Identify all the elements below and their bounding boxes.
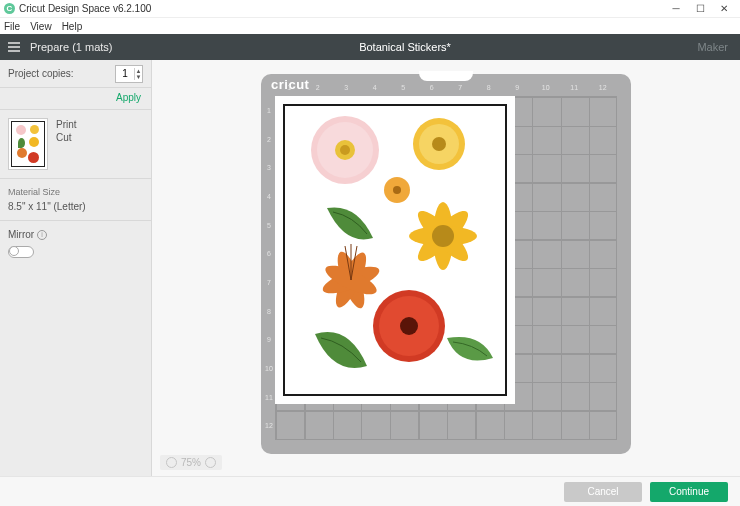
project-copies-label: Project copies: (8, 68, 115, 79)
ruler-tick: 10 (532, 84, 561, 96)
menu-view[interactable]: View (30, 21, 52, 32)
canvas-area: 75% cricut 123456789101112 1234567891011… (152, 60, 740, 476)
apply-button[interactable]: Apply (0, 88, 151, 110)
minimize-button[interactable]: ─ (664, 1, 688, 17)
ruler-tick: 9 (503, 84, 532, 96)
material-size-value[interactable]: 8.5" x 11" (Letter) (8, 201, 143, 212)
info-icon[interactable]: i (37, 230, 47, 240)
continue-button[interactable]: Continue (650, 482, 728, 502)
menu-help[interactable]: Help (62, 21, 83, 32)
thumb-label-cut: Cut (56, 131, 77, 144)
svg-point-3 (340, 145, 350, 155)
ruler-tick: 8 (475, 84, 504, 96)
ruler-tick: 7 (263, 268, 275, 297)
ruler-tick: 6 (263, 239, 275, 268)
project-copies-input[interactable] (116, 68, 134, 79)
stepper-down-icon[interactable]: ▼ (135, 74, 142, 80)
artwork (287, 108, 503, 392)
left-sidebar: Project copies: ▲▼ Apply Print Cut (0, 60, 152, 476)
cutting-mat: cricut 123456789101112 123456789101112 (261, 74, 631, 454)
zoom-control[interactable]: 75% (160, 455, 222, 470)
thumb-label-print: Print (56, 118, 77, 131)
ruler-vertical: 123456789101112 (263, 96, 275, 440)
close-button[interactable]: ✕ (712, 1, 736, 17)
project-copies-stepper[interactable]: ▲▼ (115, 65, 143, 83)
ruler-tick: 5 (263, 211, 275, 240)
zoom-value: 75% (181, 457, 201, 468)
menu-bar: File View Help (0, 18, 740, 34)
ruler-tick: 5 (389, 84, 418, 96)
material-sheet[interactable] (275, 96, 515, 404)
ruler-tick: 4 (263, 182, 275, 211)
mirror-label: Mirror (8, 229, 34, 240)
ruler-tick: 11 (263, 383, 275, 412)
mat-hanger (419, 71, 473, 81)
mirror-toggle[interactable] (8, 246, 34, 258)
app-logo-icon: C (4, 3, 15, 14)
ruler-tick: 1 (275, 84, 304, 96)
ruler-tick: 8 (263, 297, 275, 326)
menu-file[interactable]: File (4, 21, 20, 32)
svg-point-6 (432, 137, 446, 151)
ruler-tick: 1 (263, 96, 275, 125)
ruler-tick: 6 (418, 84, 447, 96)
ruler-tick: 2 (304, 84, 333, 96)
ruler-tick: 3 (263, 153, 275, 182)
ruler-tick: 12 (589, 84, 618, 96)
ruler-tick: 10 (263, 354, 275, 383)
zoom-in-icon[interactable] (205, 457, 216, 468)
ruler-tick: 7 (446, 84, 475, 96)
svg-point-8 (393, 186, 401, 194)
ruler-tick: 11 (560, 84, 589, 96)
document-title: Botanical Stickers* (113, 41, 698, 53)
hamburger-menu-icon[interactable] (0, 40, 28, 54)
ruler-tick: 2 (263, 125, 275, 154)
cancel-button[interactable]: Cancel (564, 482, 642, 502)
prepare-label: Prepare (1 mats) (28, 41, 113, 53)
device-label[interactable]: Maker (697, 41, 740, 53)
ruler-tick: 12 (263, 411, 275, 440)
ruler-horizontal: 123456789101112 (275, 84, 617, 96)
maximize-button[interactable]: ☐ (688, 1, 712, 17)
svg-point-20 (400, 317, 418, 335)
mat-thumbnail[interactable] (8, 118, 48, 170)
ruler-tick: 3 (332, 84, 361, 96)
ruler-tick: 9 (263, 325, 275, 354)
material-size-label: Material Size (8, 187, 143, 197)
zoom-out-icon[interactable] (166, 457, 177, 468)
ruler-tick: 4 (361, 84, 390, 96)
svg-point-13 (432, 225, 454, 247)
window-title: Cricut Design Space v6.2.100 (19, 3, 664, 14)
